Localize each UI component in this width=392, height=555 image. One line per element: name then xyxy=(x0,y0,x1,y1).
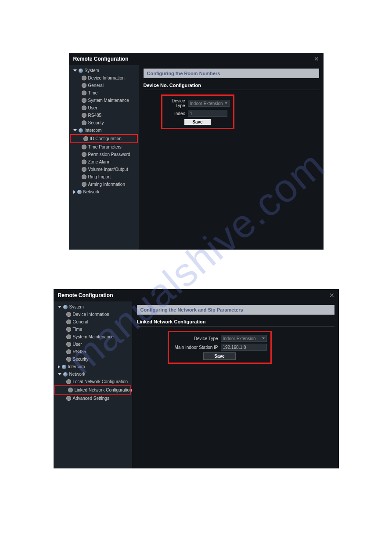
sidebar-label: ID Configuration xyxy=(90,136,122,141)
sidebar-label: Permission Password xyxy=(88,152,130,157)
sidebar-label: General xyxy=(73,319,89,324)
sidebar-item-intercom[interactable]: Intercom xyxy=(54,363,132,370)
sidebar-label: User xyxy=(88,105,97,110)
sidebar-item-linked-net[interactable]: Linked Network Configuration xyxy=(54,385,131,395)
gear-icon xyxy=(82,182,86,186)
sidebar-item-permission[interactable]: Permission Password xyxy=(69,151,139,158)
chevron-down-icon xyxy=(58,373,61,375)
sidebar-label: System Maintenance xyxy=(88,98,129,103)
close-icon[interactable]: ✕ xyxy=(329,292,334,299)
device-type-label: Device Type xyxy=(173,336,221,341)
sidebar-item-user[interactable]: User xyxy=(69,104,139,112)
gear-icon xyxy=(67,350,71,354)
sidebar-label: Network xyxy=(83,189,100,194)
chevron-right-icon xyxy=(73,190,76,194)
sidebar-label: Linked Network Configuration xyxy=(75,388,132,392)
sidebar-item-network[interactable]: Network xyxy=(54,370,132,378)
sidebar-label: Security xyxy=(73,357,89,362)
gear-icon xyxy=(82,145,86,149)
gear-icon xyxy=(67,357,71,361)
globe-icon xyxy=(79,128,83,133)
content-banner: Configuring the Network and Sip Paramete… xyxy=(137,305,334,315)
select-value: Indoor Extension xyxy=(190,101,223,106)
sidebar-item-system[interactable]: System xyxy=(54,303,132,311)
gear-icon xyxy=(82,152,86,156)
save-button[interactable]: Save xyxy=(203,352,235,360)
ip-label: Main Indoor Station IP xyxy=(173,345,221,350)
sidebar-item-general[interactable]: General xyxy=(54,318,132,326)
gear-icon xyxy=(82,83,86,87)
sidebar-label: Local Network Configuration xyxy=(73,379,128,384)
sidebar-item-system[interactable]: System xyxy=(69,67,139,74)
globe-icon xyxy=(63,372,68,377)
close-icon[interactable]: ✕ xyxy=(314,55,319,62)
device-type-label: Device Type xyxy=(166,98,188,108)
gear-icon xyxy=(82,175,86,179)
sidebar-item-maintenance[interactable]: System Maintenance xyxy=(69,97,139,104)
sidebar-item-security[interactable]: Security xyxy=(54,355,132,363)
sidebar-item-volume[interactable]: Volume Input/Output xyxy=(69,166,139,173)
sidebar-label: Security xyxy=(88,120,104,125)
gear-icon xyxy=(82,160,86,164)
window-title: Remote Configuration xyxy=(58,292,113,298)
sidebar-item-security[interactable]: Security xyxy=(69,119,139,127)
index-label: Index xyxy=(166,111,188,116)
titlebar: Remote Configuration ✕ xyxy=(69,53,324,65)
sidebar-item-rs485[interactable]: RS485 xyxy=(54,348,132,355)
save-button[interactable]: Save xyxy=(184,119,211,125)
gear-icon xyxy=(82,76,86,80)
sidebar-item-rs485[interactable]: RS485 xyxy=(69,112,139,119)
titlebar: Remote Configuration ✕ xyxy=(54,289,339,301)
device-type-select[interactable]: Indoor Extension xyxy=(221,335,267,342)
sidebar-item-ring-import[interactable]: Ring Import xyxy=(69,173,139,181)
gear-icon xyxy=(67,312,71,316)
section-title: Device No. Configuration xyxy=(144,83,319,90)
gear-icon xyxy=(68,388,72,392)
sidebar-item-network[interactable]: Network xyxy=(69,188,139,196)
globe-icon xyxy=(63,305,68,309)
sidebar-item-device-info[interactable]: Device Information xyxy=(54,311,132,318)
sidebar-label: Advanced Settings xyxy=(73,396,109,401)
sidebar-label: Arming Information xyxy=(88,182,125,187)
sidebar-item-maintenance[interactable]: System Maintenance xyxy=(54,333,132,341)
sidebar-label: System xyxy=(69,305,84,309)
sidebar-item-local-net[interactable]: Local Network Configuration xyxy=(54,378,132,385)
sidebar-label: General xyxy=(88,83,104,88)
sidebar-item-arming[interactable]: Arming Information xyxy=(69,181,139,188)
sidebar-label: Intercom xyxy=(85,128,102,133)
sidebar-label: Device Information xyxy=(73,312,109,317)
sidebar-label: Device Information xyxy=(88,76,125,80)
gear-icon xyxy=(67,335,71,339)
sidebar-item-intercom[interactable]: Intercom xyxy=(69,127,139,134)
sidebar-item-time[interactable]: Time xyxy=(69,89,139,97)
chevron-down-icon xyxy=(225,102,227,104)
index-input[interactable] xyxy=(188,110,227,117)
sidebar: System Device Information General Time S… xyxy=(54,301,133,468)
form-highlight-box: Device Type Indoor Extension Main Indoor… xyxy=(168,331,272,364)
sidebar-label: System xyxy=(85,68,99,73)
ip-input[interactable] xyxy=(221,344,267,351)
sidebar-item-zone-alarm[interactable]: Zone Alarm xyxy=(69,158,139,166)
content-banner: Configuring the Room Numbers xyxy=(144,69,319,78)
gear-icon xyxy=(82,91,86,95)
select-value: Indoor Extension xyxy=(223,336,256,341)
gear-icon xyxy=(67,327,71,331)
sidebar-label: Intercom xyxy=(68,364,85,369)
sidebar-item-time-params[interactable]: Time Parameters xyxy=(69,143,139,151)
sidebar-item-general[interactable]: General xyxy=(69,82,139,89)
content-panel: Configuring the Network and Sip Paramete… xyxy=(133,301,339,468)
sidebar-label: Time xyxy=(73,327,83,332)
sidebar-label: Volume Input/Output xyxy=(88,167,128,172)
sidebar-label: System Maintenance xyxy=(73,334,114,339)
chevron-down-icon xyxy=(73,129,77,131)
sidebar-item-advanced[interactable]: Advanced Settings xyxy=(54,395,132,402)
sidebar-item-time[interactable]: Time xyxy=(54,326,132,333)
sidebar-item-id-config[interactable]: ID Configuration xyxy=(70,134,138,143)
content-panel: Configuring the Room Numbers Device No. … xyxy=(139,65,324,250)
sidebar-label: RS485 xyxy=(73,349,86,354)
sidebar-item-user[interactable]: User xyxy=(54,341,132,348)
sidebar-item-device-info[interactable]: Device Information xyxy=(69,74,139,82)
chevron-down-icon xyxy=(73,69,77,72)
gear-icon xyxy=(82,121,86,125)
device-type-select[interactable]: Indoor Extension xyxy=(188,100,230,107)
